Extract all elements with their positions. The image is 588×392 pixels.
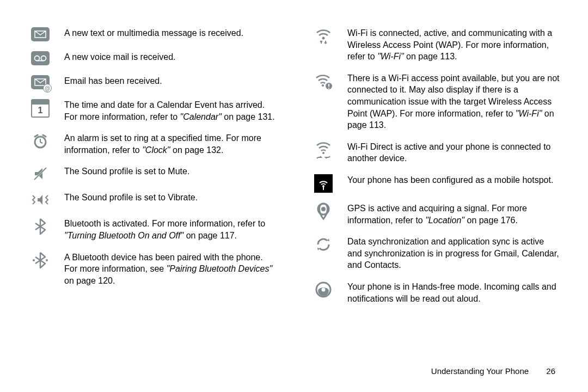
row-wifi-active: Wi-Fi is connected, active, and communic… [310,27,561,63]
row-wifi-alert: There is a Wi-Fi access point available,… [310,72,561,131]
wifi-alert-icon [310,72,336,90]
wifi-direct-icon [310,141,336,160]
sync-icon [310,236,336,253]
desc: A new voice mail is received. [53,51,278,63]
row-message: A new text or multimedia message is rece… [27,27,278,41]
desc: The Sound profile is set to Vibrate. [53,192,278,204]
row-email: @ Email has been received. [27,75,278,89]
voicemail-icon [31,51,50,65]
message-icon [31,27,50,41]
row-alarm: An alarm is set to ring at a specified t… [27,132,278,156]
row-voicemail: A new voice mail is received. [27,51,278,65]
vibrate-icon [27,192,53,208]
manual-page: A new text or multimedia message is rece… [0,0,588,392]
svg-point-12 [322,37,325,40]
calendar-icon: 1 [31,99,50,118]
page-footer: Understanding Your Phone 26 [27,366,561,376]
desc: Bluetooth is activated. For more informa… [53,218,278,241]
bluetooth-icon [27,218,53,235]
desc: The Sound profile is set to Mute. [53,166,278,177]
desc: Your phone has been configured as a mobi… [336,174,561,186]
row-mute: The Sound profile is set to Mute. [27,166,278,182]
svg-point-22 [322,287,326,291]
row-hotspot: Your phone has been configured as a mobi… [310,174,561,193]
row-gps: GPS is active and acquiring a signal. Fo… [310,203,561,226]
svg-point-0 [35,56,40,61]
desc: Data synchronization and application syn… [336,236,561,271]
row-calendar: 1 The time and date for a Calendar Event… [27,99,278,122]
row-wifi-direct: Wi-Fi Direct is active and your phone is… [310,141,561,164]
svg-point-11 [46,259,48,261]
row-vibrate: The Sound profile is set to Vibrate. [27,192,278,208]
email-icon: @ [31,75,50,89]
desc: An alarm is set to ring at a specified t… [53,132,278,156]
desc: Wi-Fi Direct is active and your phone is… [336,141,561,164]
left-column: A new text or multimedia message is rece… [27,27,278,361]
row-handsfree: Your phone is in Hands-free mode. Incomi… [310,281,561,304]
svg-line-7 [43,135,46,137]
svg-point-10 [33,259,35,261]
svg-point-13 [322,84,324,87]
svg-point-1 [41,56,46,61]
desc: GPS is active and acquiring a signal. Fo… [336,203,561,226]
page-number: 26 [546,366,555,376]
hotspot-icon [314,174,333,193]
svg-line-5 [40,142,42,143]
alarm-icon [27,132,53,150]
row-sync: Data synchronization and application syn… [310,236,561,271]
desc: A new text or multimedia message is rece… [53,27,278,39]
row-bluetooth-paired: A Bluetooth device has been paired with … [27,252,278,287]
two-column-layout: A new text or multimedia message is rece… [27,27,561,361]
gps-icon [310,203,336,221]
desc: Email has been received. [53,75,278,87]
desc: Your phone is in Hands-free mode. Incomi… [336,281,561,304]
handsfree-icon [310,281,336,298]
svg-line-6 [35,135,38,137]
desc: There is a Wi-Fi access point available,… [336,72,561,131]
svg-point-20 [321,207,326,211]
desc: A Bluetooth device has been paired with … [53,252,278,287]
row-bluetooth: Bluetooth is activated. For more informa… [27,218,278,241]
desc: Wi-Fi is connected, active, and communic… [336,27,561,63]
svg-point-16 [328,88,329,89]
bluetooth-paired-icon [27,252,53,269]
section-title: Understanding Your Phone [431,366,529,376]
svg-point-17 [322,152,324,154]
mute-icon [27,166,53,182]
desc: The time and date for a Calendar Event h… [53,99,278,122]
right-column: Wi-Fi is connected, active, and communic… [310,27,561,361]
wifi-active-icon [310,27,336,46]
